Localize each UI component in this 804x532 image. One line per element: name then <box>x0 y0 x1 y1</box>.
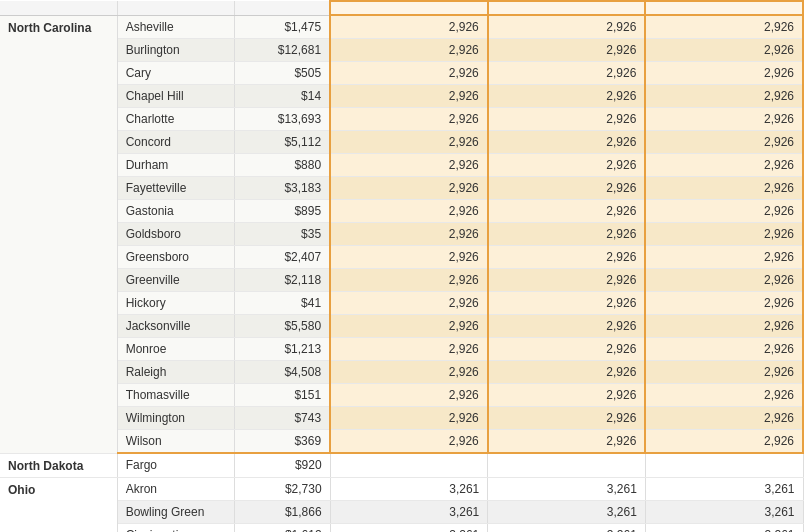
sales-cell: $1,612 <box>234 523 330 532</box>
predict-city-cell: 3,261 <box>330 477 488 500</box>
sales-cell: $1,475 <box>234 15 330 39</box>
predict-region-cell: 2,926 <box>645 223 803 246</box>
predict-state-cell: 2,926 <box>488 246 646 269</box>
city-cell: Hickory <box>117 292 234 315</box>
predict-region-cell: 3,261 <box>645 477 803 500</box>
state-header <box>0 1 117 15</box>
city-cell: Monroe <box>117 338 234 361</box>
predict-region-cell: 2,926 <box>645 108 803 131</box>
predict-state-cell <box>488 453 646 477</box>
table-row: North CarolinaAsheville$1,4752,9262,9262… <box>0 15 803 39</box>
city-cell: Greensboro <box>117 246 234 269</box>
table-row: Goldsboro$352,9262,9262,926 <box>0 223 803 246</box>
predict-region-cell: 3,261 <box>645 500 803 523</box>
predict-city-cell: 2,926 <box>330 15 488 39</box>
predict-city-cell: 2,926 <box>330 39 488 62</box>
city-cell: Greenville <box>117 269 234 292</box>
predict-region-cell: 2,926 <box>645 131 803 154</box>
sales-cell: $35 <box>234 223 330 246</box>
table-row: North DakotaFargo$920 <box>0 453 803 477</box>
predict-state-cell: 2,926 <box>488 39 646 62</box>
predict-state-cell: 2,926 <box>488 154 646 177</box>
predict-state-cell: 2,926 <box>488 361 646 384</box>
predict-city-cell: 2,926 <box>330 315 488 338</box>
predict-city-cell: 2,926 <box>330 223 488 246</box>
city-cell: Asheville <box>117 15 234 39</box>
predict-region-cell: 2,926 <box>645 269 803 292</box>
city-cell: Jacksonville <box>117 315 234 338</box>
table-row: Cary$5052,9262,9262,926 <box>0 62 803 85</box>
predict-region-cell <box>645 453 803 477</box>
predict-state-cell: 2,926 <box>488 177 646 200</box>
city-cell: Concord <box>117 131 234 154</box>
city-cell: Gastonia <box>117 200 234 223</box>
table-row: Wilson$3692,9262,9262,926 <box>0 430 803 454</box>
sales-cell: $151 <box>234 384 330 407</box>
table-row: Jacksonville$5,5802,9262,9262,926 <box>0 315 803 338</box>
city-cell: Chapel Hill <box>117 85 234 108</box>
predict-state-cell: 2,926 <box>488 131 646 154</box>
predict-city-cell: 2,926 <box>330 200 488 223</box>
sales-cell: $2,118 <box>234 269 330 292</box>
city-cell: Cary <box>117 62 234 85</box>
city-cell: Wilson <box>117 430 234 454</box>
table-row: Fayetteville$3,1832,9262,9262,926 <box>0 177 803 200</box>
predict-state-cell: 2,926 <box>488 292 646 315</box>
predict-city-cell: 2,926 <box>330 177 488 200</box>
predict-region-cell: 2,926 <box>645 338 803 361</box>
predict-state-cell: 2,926 <box>488 269 646 292</box>
predict-city-cell: 2,926 <box>330 108 488 131</box>
sales-cell: $1,866 <box>234 500 330 523</box>
city-cell: Bowling Green <box>117 500 234 523</box>
city-cell: Thomasville <box>117 384 234 407</box>
predict-region-header <box>645 1 803 15</box>
predict-city-cell: 2,926 <box>330 384 488 407</box>
predict-state-cell: 2,926 <box>488 223 646 246</box>
predict-region-cell: 2,926 <box>645 85 803 108</box>
predict-region-cell: 2,926 <box>645 200 803 223</box>
sales-cell: $12,681 <box>234 39 330 62</box>
predict-region-cell: 2,926 <box>645 154 803 177</box>
predict-state-cell: 2,926 <box>488 62 646 85</box>
sales-cell: $920 <box>234 453 330 477</box>
predict-city-cell: 3,261 <box>330 523 488 532</box>
predict-city-cell: 2,926 <box>330 338 488 361</box>
sales-cell: $13,693 <box>234 108 330 131</box>
predict-city-cell: 2,926 <box>330 246 488 269</box>
table-row: Greenville$2,1182,9262,9262,926 <box>0 269 803 292</box>
table-row: Raleigh$4,5082,9262,9262,926 <box>0 361 803 384</box>
city-cell: Burlington <box>117 39 234 62</box>
city-cell: Wilmington <box>117 407 234 430</box>
table-row: Burlington$12,6812,9262,9262,926 <box>0 39 803 62</box>
table-row: Durham$8802,9262,9262,926 <box>0 154 803 177</box>
predict-city-cell: 3,261 <box>330 500 488 523</box>
predict-state-cell: 2,926 <box>488 315 646 338</box>
table-row: Charlotte$13,6932,9262,9262,926 <box>0 108 803 131</box>
sales-cell: $5,112 <box>234 131 330 154</box>
sales-cell: $4,508 <box>234 361 330 384</box>
predict-state-cell: 3,261 <box>488 477 646 500</box>
predict-region-cell: 2,926 <box>645 292 803 315</box>
city-cell: Cincinnati <box>117 523 234 532</box>
predict-region-cell: 2,926 <box>645 384 803 407</box>
predict-region-cell: 2,926 <box>645 15 803 39</box>
state-cell: North Dakota <box>0 453 117 477</box>
table-row: Bowling Green$1,8663,2613,2613,261 <box>0 500 803 523</box>
table-row: Greensboro$2,4072,9262,9262,926 <box>0 246 803 269</box>
predict-city-cell: 2,926 <box>330 62 488 85</box>
predict-region-cell: 2,926 <box>645 177 803 200</box>
sales-cell: $1,213 <box>234 338 330 361</box>
predict-city-cell: 2,926 <box>330 430 488 454</box>
table-row: Wilmington$7432,9262,9262,926 <box>0 407 803 430</box>
city-cell: Akron <box>117 477 234 500</box>
predict-city-cell: 2,926 <box>330 154 488 177</box>
predict-state-cell: 2,926 <box>488 200 646 223</box>
predict-city-header <box>330 1 488 15</box>
city-cell: Fayetteville <box>117 177 234 200</box>
table-row: Concord$5,1122,9262,9262,926 <box>0 131 803 154</box>
sales-cell: $2,730 <box>234 477 330 500</box>
predict-city-cell: 2,926 <box>330 361 488 384</box>
predict-region-cell: 2,926 <box>645 430 803 454</box>
table-row: Cincinnati$1,6123,2613,2613,261 <box>0 523 803 532</box>
predict-state-cell: 3,261 <box>488 500 646 523</box>
